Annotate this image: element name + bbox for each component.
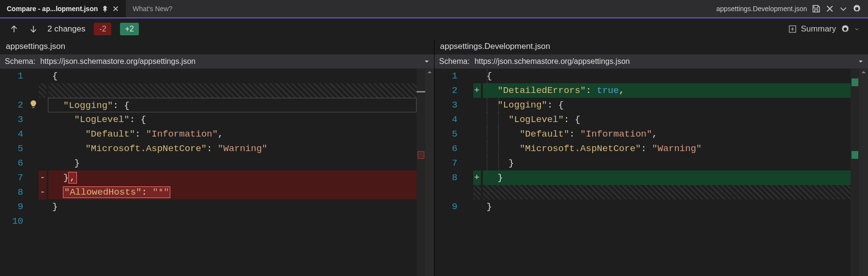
diff-panes: appsettings.json Schema: https://json.sc… [0,40,868,276]
overview-ruler[interactable] [851,69,859,276]
added-badge: +2 [120,23,138,35]
tab-whats-new[interactable]: What's New? [126,0,179,17]
line-number: 5 [0,141,29,156]
schema-label: Schema: [439,57,470,66]
scrollbar[interactable] [859,69,868,276]
chevron-down-icon[interactable] [858,59,863,64]
left-pane: appsettings.json Schema: https://json.sc… [0,40,434,276]
line-number: 3 [434,98,464,112]
line-number: 2 [434,83,464,98]
schema-value: https://json.schemastore.org/appsettings… [40,57,419,66]
changes-count: 2 changes [47,24,85,34]
chevron-down-icon[interactable] [854,25,859,33]
diff-toolbar: 2 changes -2 +2 Summary [0,18,868,40]
line-number: 8 [434,170,464,185]
schema-label: Schema: [5,57,35,66]
line-number: 1 [0,69,29,83]
chevron-down-icon[interactable] [839,4,848,13]
gear-icon[interactable] [853,4,861,13]
tab-compare[interactable]: Compare - ap...lopment.json [0,0,126,17]
right-pane: appsettings.Development.json Schema: htt… [434,40,868,276]
editor-left[interactable]: 1{ 2 "Logging": { 3 "LogLevel": { 4 "Def… [0,69,434,276]
close-icon[interactable] [825,4,834,13]
schema-bar[interactable]: Schema: https://json.schemastore.org/app… [0,54,434,69]
header-filename: appsettings.Development.json [716,5,807,13]
diff-plus: + [473,83,481,98]
line-number: 9 [0,199,29,214]
line-number: 6 [434,141,464,156]
line-number: 7 [0,170,29,185]
summary-button[interactable]: Summary [788,24,836,34]
line-number: 3 [0,112,29,127]
header-rightgroup: appsettings.Development.json [716,4,868,13]
tab-label: Compare - ap...lopment.json [7,5,98,13]
summary-label: Summary [801,24,836,34]
line-number: 7 [434,156,464,170]
code-area[interactable]: 1{ 2 "Logging": { 3 "LogLevel": { 4 "Def… [0,69,417,276]
lightbulb-icon[interactable] [29,100,38,108]
pane-title: appsettings.Development.json [434,40,868,54]
line-number: 5 [434,127,464,141]
line-number: 9 [434,199,464,214]
scrollbar[interactable] [425,69,434,276]
prev-change-button[interactable] [9,24,19,34]
line-number: 1 [434,69,464,83]
summary-icon [788,25,797,33]
diff-minus: - [39,170,46,185]
tab-label: What's New? [133,5,172,13]
save-icon[interactable] [812,4,821,13]
schema-bar[interactable]: Schema: https://json.schemastore.org/app… [434,54,868,69]
scroll-up-icon[interactable] [427,70,432,75]
line-number: 6 [0,156,29,170]
overview-ruler[interactable] [417,69,425,276]
tab-bar: Compare - ap...lopment.json What's New? … [0,0,868,18]
line-number: 4 [0,127,29,141]
line-number: 2 [0,98,29,112]
removed-badge: -2 [94,23,111,35]
editor-right[interactable]: 1{ 2+ "DetailedErrors": true, 3 "Logging… [434,69,868,276]
diff-plus: + [473,170,481,185]
line-number: 10 [0,214,29,229]
diff-minus: - [39,185,46,199]
line-number: 8 [0,185,29,199]
close-icon[interactable] [112,5,119,12]
pin-icon[interactable] [102,5,108,12]
gear-icon[interactable] [841,25,850,33]
chevron-down-icon[interactable] [424,59,429,64]
line-number: 4 [434,112,464,127]
schema-value: https://json.schemastore.org/appsettings… [475,57,853,66]
next-change-button[interactable] [28,24,39,34]
scroll-up-icon[interactable] [861,70,866,75]
pane-title: appsettings.json [0,40,434,54]
code-area[interactable]: 1{ 2+ "DetailedErrors": true, 3 "Logging… [434,69,851,276]
